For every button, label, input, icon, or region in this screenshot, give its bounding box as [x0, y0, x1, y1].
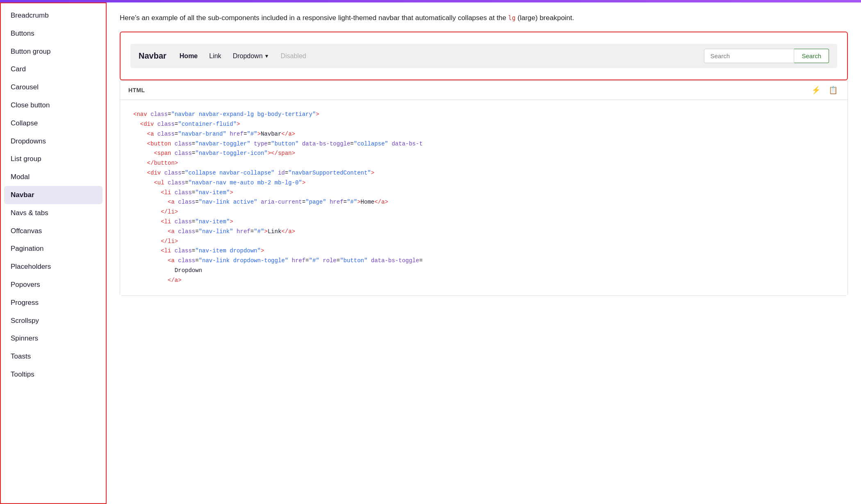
code-section: HTML ⚡ 📋 <nav class="navbar navbar-expan… [120, 80, 848, 295]
code-line: </button> [133, 159, 834, 168]
main-content: Here’s an example of all the sub-compone… [107, 2, 861, 504]
nav-disabled: Disabled [276, 50, 311, 62]
sidebar: BreadcrumbButtonsButton groupCardCarouse… [0, 2, 107, 504]
code-header: HTML ⚡ 📋 [120, 81, 847, 100]
description-text-before: Here’s an example of all the sub-compone… [120, 14, 506, 22]
sidebar-item-tooltips[interactable]: Tooltips [1, 366, 106, 384]
sidebar-item-toasts[interactable]: Toasts [1, 347, 106, 366]
code-line: <nav class="navbar navbar-expand-lg bg-b… [133, 110, 834, 120]
sidebar-item-buttons[interactable]: Buttons [1, 25, 106, 43]
code-body: <nav class="navbar navbar-expand-lg bg-b… [120, 100, 847, 295]
navbar-preview-box: Navbar Home Link Dropdown ▼ Disabled Sea… [120, 32, 848, 80]
sidebar-item-carousel[interactable]: Carousel [1, 78, 106, 96]
sidebar-item-spinners[interactable]: Spinners [1, 329, 106, 347]
code-line: <button class="navbar-toggler" type="but… [133, 139, 834, 149]
code-line: <ul class="navbar-nav me-auto mb-2 mb-lg… [133, 178, 834, 188]
code-line: <div class="collapse navbar-collapse" id… [133, 168, 834, 178]
nav-dropdown[interactable]: Dropdown ▼ [228, 50, 274, 62]
code-actions: ⚡ 📋 [810, 85, 839, 95]
flash-button[interactable]: ⚡ [810, 85, 822, 95]
copy-button[interactable]: 📋 [827, 85, 839, 95]
sidebar-item-scrollspy[interactable]: Scrollspy [1, 312, 106, 330]
code-line: Dropdown [133, 266, 834, 276]
code-line: <a class="navbar-brand" href="#">Navbar<… [133, 129, 834, 139]
code-line: <li class="nav-item dropdown"> [133, 246, 834, 256]
code-line: <span class="navbar-toggler-icon"></span… [133, 149, 834, 159]
nav-link-home[interactable]: Home [175, 50, 203, 62]
sidebar-item-navs-tabs[interactable]: Navs & tabs [1, 204, 106, 222]
description-text: Here’s an example of all the sub-compone… [120, 12, 848, 23]
sidebar-item-collapse[interactable]: Collapse [1, 114, 106, 132]
top-bar [0, 0, 861, 2]
sidebar-item-list-group[interactable]: List group [1, 150, 106, 168]
code-line: </li> [133, 237, 834, 247]
description-text-after2: (large) breakpoint. [517, 14, 574, 22]
sidebar-item-card[interactable]: Card [1, 60, 106, 78]
nav-link-link[interactable]: Link [204, 50, 226, 62]
navbar-search-area: Search [704, 49, 829, 63]
code-line: <a class="nav-link dropdown-toggle" href… [133, 256, 834, 266]
description-code: lg [508, 14, 516, 22]
code-line: <li class="nav-item"> [133, 188, 834, 198]
navbar-nav: Home Link Dropdown ▼ Disabled [175, 50, 704, 62]
code-line: </li> [133, 207, 834, 217]
code-line: <a class="nav-link active" aria-current=… [133, 198, 834, 207]
code-line: <li class="nav-item"> [133, 217, 834, 227]
sidebar-item-progress[interactable]: Progress [1, 294, 106, 312]
code-line: <div class="container-fluid"> [133, 120, 834, 129]
sidebar-item-button-group[interactable]: Button group [1, 43, 106, 61]
sidebar-item-pagination[interactable]: Pagination [1, 240, 106, 258]
search-input[interactable] [704, 49, 794, 63]
sidebar-item-placeholders[interactable]: Placeholders [1, 258, 106, 276]
dropdown-label: Dropdown [233, 52, 263, 60]
code-label: HTML [128, 87, 145, 93]
code-line: <a class="nav-link" href="#">Link</a> [133, 227, 834, 237]
sidebar-item-navbar[interactable]: Navbar [4, 186, 102, 204]
navbar-brand: Navbar [139, 51, 166, 61]
search-button[interactable]: Search [794, 49, 829, 63]
dropdown-caret-icon: ▼ [264, 53, 269, 59]
sidebar-item-modal[interactable]: Modal [1, 168, 106, 186]
sidebar-item-offcanvas[interactable]: Offcanvas [1, 222, 106, 240]
sidebar-item-dropdowns[interactable]: Dropdowns [1, 132, 106, 150]
sidebar-item-breadcrumb[interactable]: Breadcrumb [1, 7, 106, 25]
code-line: </a> [133, 276, 834, 286]
sidebar-item-close-button[interactable]: Close button [1, 96, 106, 114]
navbar-demo: Navbar Home Link Dropdown ▼ Disabled Sea… [130, 44, 837, 68]
sidebar-item-popovers[interactable]: Popovers [1, 276, 106, 294]
